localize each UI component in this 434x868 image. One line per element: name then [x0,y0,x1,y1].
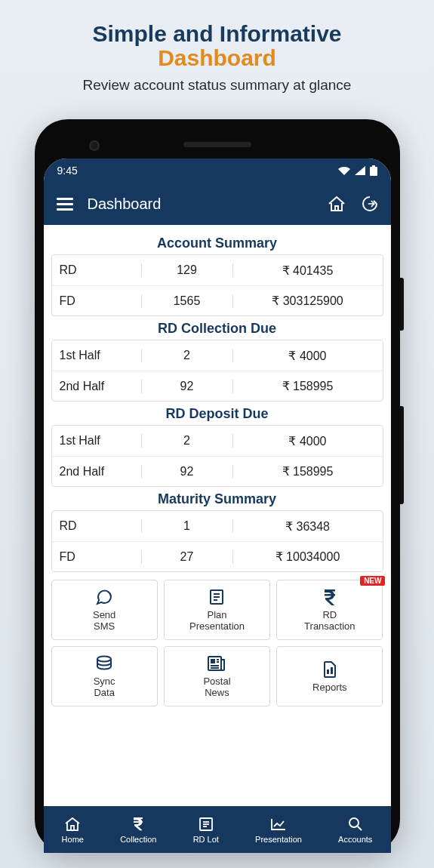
row-count: 129 [141,263,233,277]
action-postal-news[interactable]: Postal News [164,646,270,706]
row-count: 2 [141,434,233,448]
status-bar: 9:45 [44,159,391,183]
promo-title-line2: Dashboard [15,45,419,71]
chat-icon [95,587,113,607]
account-summary-table: RD 129 ₹ 401435 FD 1565 ₹ 303125900 [51,254,383,316]
nav-collection[interactable]: Collection [120,816,156,844]
action-send-sms[interactable]: Send SMS [51,580,158,640]
dashboard-content: Account Summary RD 129 ₹ 401435 FD 1565 … [44,225,391,806]
table-row[interactable]: FD 1565 ₹ 303125900 [52,285,383,315]
news-icon [207,654,226,673]
action-label: Sync Data [94,676,115,699]
row-amount: ₹ 4000 [233,349,383,363]
row-amount: ₹ 158995 [233,464,383,479]
section-title-account-summary: Account Summary [51,235,383,251]
row-amount: ₹ 401435 [233,263,383,278]
promo-header: Simple and Informative Dashboard Review … [0,0,434,109]
nav-label: Presentation [255,835,302,844]
phone-top-bezel [44,130,391,159]
logout-icon[interactable] [359,193,380,214]
chart-icon [270,816,287,833]
row-label: 1st Half [52,434,141,448]
svg-line-22 [358,826,362,830]
maturity-table: RD 1 ₹ 36348 FD 27 ₹ 10034000 [51,510,383,572]
action-label: Plan Presentation [189,610,245,633]
action-plan-presentation[interactable]: Plan Presentation [164,580,270,640]
row-label: RD [52,263,141,277]
action-grid: Send SMS Plan Presentation NEW RD Transa… [51,580,383,706]
row-label: FD [52,294,141,308]
svg-rect-15 [331,667,333,674]
nav-label: Accounts [338,835,372,844]
table-row[interactable]: 2nd Half 92 ₹ 158995 [52,371,383,401]
row-amount: ₹ 10034000 [233,549,383,564]
sync-icon [94,654,114,673]
action-rd-transaction[interactable]: NEW RD Transaction [276,580,383,640]
bottom-nav: Home Collection RD Lot Presentation [44,806,391,853]
action-reports[interactable]: Reports [276,646,383,706]
app-title: Dashboard [88,195,314,213]
list-icon [199,816,214,833]
promo-title-line1: Simple and Informative [15,21,419,47]
nav-label: Collection [120,835,156,844]
svg-point-7 [97,657,111,662]
row-label: 2nd Half [52,465,141,479]
new-badge: NEW [360,576,385,586]
battery-icon [370,165,377,176]
list-icon [208,587,226,607]
svg-rect-16 [71,826,74,830]
row-count: 92 [141,380,233,393]
nav-home[interactable]: Home [62,816,84,844]
speaker-grille [183,142,251,147]
row-label: 1st Half [52,349,141,362]
nav-accounts[interactable]: Accounts [338,816,372,844]
row-label: 2nd Half [52,380,141,393]
search-icon [348,816,363,833]
menu-icon[interactable] [54,193,75,214]
table-row[interactable]: 2nd Half 92 ₹ 158995 [52,456,383,486]
svg-rect-14 [327,669,329,674]
action-sync-data[interactable]: Sync Data [51,646,158,706]
nav-presentation[interactable]: Presentation [255,816,302,844]
row-amount: ₹ 158995 [233,379,383,393]
signal-icon [355,166,365,175]
action-label: Reports [312,682,347,694]
table-row[interactable]: RD 1 ₹ 36348 [52,511,383,541]
row-amount: ₹ 36348 [233,519,383,534]
svg-rect-0 [372,165,375,167]
app-bar: Dashboard [44,183,391,225]
rupee-icon [132,816,144,833]
action-label: Send SMS [93,610,115,633]
camera-dot [89,140,100,151]
table-row[interactable]: RD 129 ₹ 401435 [52,255,383,285]
table-row[interactable]: 1st Half 2 ₹ 4000 [52,426,383,456]
svg-rect-9 [211,659,215,663]
home-icon[interactable] [326,193,347,214]
rupee-icon [322,587,337,607]
row-count: 1565 [141,294,233,308]
row-label: FD [52,550,141,564]
phone-side-button [400,406,404,504]
row-count: 92 [141,465,233,479]
rd-collection-table: 1st Half 2 ₹ 4000 2nd Half 92 ₹ 158995 [51,340,383,402]
row-count: 1 [141,519,233,533]
promo-subtitle: Review account status summary at glance [15,77,419,94]
svg-rect-1 [370,167,377,176]
action-label: RD Transaction [304,610,355,633]
report-icon [322,660,337,679]
row-amount: ₹ 303125900 [233,294,383,308]
svg-rect-2 [335,206,338,211]
table-row[interactable]: 1st Half 2 ₹ 4000 [52,340,383,371]
phone-frame: 9:45 Dashboard [35,119,400,853]
table-row[interactable]: FD 27 ₹ 10034000 [52,541,383,571]
section-title-rd-collection: RD Collection Due [51,321,383,337]
section-title-rd-deposit: RD Deposit Due [51,406,383,422]
row-count: 2 [141,349,233,362]
phone-screen: 9:45 Dashboard [44,159,391,853]
section-title-maturity: Maturity Summary [51,491,383,507]
rd-deposit-table: 1st Half 2 ₹ 4000 2nd Half 92 ₹ 158995 [51,425,383,487]
nav-label: Home [62,835,84,844]
nav-label: RD Lot [193,835,219,844]
nav-rd-lot[interactable]: RD Lot [193,816,219,844]
action-label: Postal News [203,676,230,699]
